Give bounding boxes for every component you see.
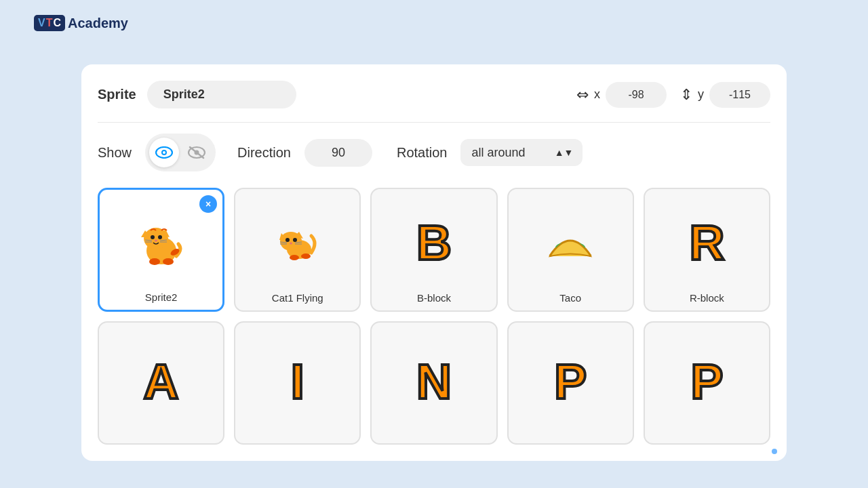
show-visible-button[interactable] (149, 138, 179, 167)
eye-closed-icon (188, 146, 205, 159)
sprite-card-nblock[interactable]: N (370, 321, 497, 445)
logo-c: C (53, 17, 61, 29)
direction-input[interactable] (304, 139, 372, 167)
rblock-label: R-block (690, 292, 724, 304)
logo-v: V (38, 17, 45, 29)
show-hidden-button[interactable] (182, 138, 212, 167)
svg-point-10 (151, 235, 155, 239)
show-label: Show (98, 145, 132, 161)
sprite-name-input[interactable] (147, 81, 296, 108)
nblock-image: N (416, 331, 452, 433)
show-buttons-group (145, 134, 216, 171)
rotation-select[interactable]: all around left-right don't rotate (460, 139, 583, 166)
sprite-card-pblock2[interactable]: P (644, 321, 770, 445)
logo-academy: Academy (68, 16, 128, 31)
pblock1-letter: P (554, 357, 587, 406)
svg-point-18 (163, 258, 174, 265)
taco-label: Taco (559, 292, 581, 304)
vtc-logo-box: V T C (34, 15, 65, 31)
eye-open-icon (155, 146, 173, 159)
scratch-cat-sprite2 (134, 216, 189, 270)
nblock-letter: N (416, 357, 452, 406)
taco-image (543, 197, 597, 288)
main-panel: Sprite ⇔ x ⇕ y Show (81, 64, 787, 461)
sprite2-image (134, 198, 189, 287)
sprite-label: Sprite (98, 87, 136, 102)
remove-sprite2-button[interactable]: × (199, 195, 217, 213)
cat1flying-sprite (271, 216, 325, 270)
sprite-controls-row: Sprite ⇔ x ⇕ y (98, 81, 770, 123)
svg-point-32 (301, 253, 311, 259)
sprite-card-ablock[interactable]: A (98, 321, 224, 445)
sprite-grid: × (98, 188, 770, 445)
sprite-card-bblock[interactable]: B B-block (370, 188, 497, 312)
x-value-input[interactable] (606, 82, 667, 108)
cat1flying-label: Cat1 Flying (272, 292, 323, 304)
sprite2-label: Sprite2 (145, 291, 178, 303)
pblock2-image: P (690, 331, 723, 433)
svg-point-2 (163, 151, 165, 154)
scroll-indicator (772, 449, 777, 454)
sprite-card-rblock[interactable]: R R-block (644, 188, 770, 312)
rotation-label: Rotation (397, 145, 448, 161)
y-label: y (698, 87, 704, 102)
taco-sprite-svg (543, 219, 597, 266)
rotation-select-wrapper: all around left-right don't rotate ▲▼ (460, 139, 583, 166)
sprite-card-cat1flying[interactable]: Cat1 Flying (234, 188, 361, 312)
sprite-card-taco[interactable]: Taco (507, 188, 634, 312)
sprite-card-sprite2[interactable]: × (98, 188, 224, 312)
direction-label: Direction (237, 145, 291, 161)
coord-group: ⇔ x ⇕ y (576, 82, 770, 108)
svg-point-12 (155, 239, 157, 241)
svg-point-26 (290, 242, 292, 244)
svg-point-24 (285, 238, 290, 242)
svg-point-25 (293, 238, 297, 242)
rblock-letter: R (689, 218, 724, 267)
svg-point-17 (149, 258, 160, 265)
rblock-image: R (689, 197, 724, 288)
ablock-letter: A (144, 357, 179, 406)
x-move-icon: ⇔ (576, 86, 589, 104)
show-controls-row: Show Direction Rotation (98, 123, 770, 182)
pblock1-image: P (554, 331, 587, 433)
logo-t: T (46, 17, 53, 29)
y-value-input[interactable] (709, 82, 770, 108)
x-label: x (594, 87, 600, 102)
cat1flying-image (271, 197, 325, 288)
bblock-letter: B (416, 218, 452, 267)
svg-point-11 (158, 235, 162, 239)
ablock-image: A (144, 331, 179, 433)
iblock-image: I (291, 331, 304, 433)
pblock2-letter: P (690, 357, 723, 406)
bblock-image: B (416, 197, 452, 288)
bblock-label: B-block (417, 292, 451, 304)
logo: V T C Academy (34, 15, 128, 31)
y-move-icon: ⇕ (680, 86, 692, 104)
iblock-letter: I (291, 357, 304, 406)
sprite-card-pblock1[interactable]: P (507, 321, 634, 445)
svg-point-31 (290, 255, 299, 260)
sprite-card-iblock[interactable]: I (234, 321, 361, 445)
